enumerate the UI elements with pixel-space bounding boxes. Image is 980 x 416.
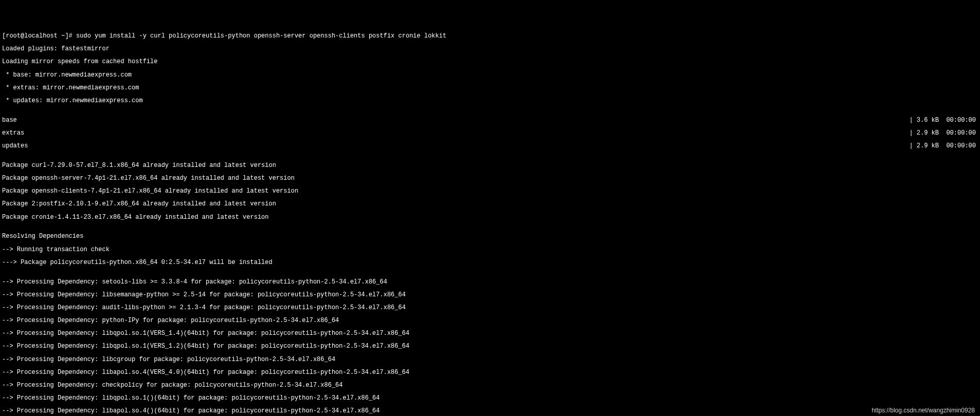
repo-name: updates — [2, 143, 735, 149]
dep-line: --> Processing Dependency: libcgroup for… — [2, 356, 978, 363]
dep-line: --> Processing Dependency: python-IPy fo… — [2, 317, 978, 324]
dep-line: --> Processing Dependency: libqpol.so.1(… — [2, 330, 978, 337]
plugins-line: Loaded plugins: fastestmirror — [2, 46, 978, 52]
repo-meta: | 2.9 kB 00:00:00 — [735, 130, 978, 137]
repo-row: extras| 2.9 kB 00:00:00 — [2, 130, 978, 137]
installed-msg: Package curl-7.29.0-57.el7_8.1.x86_64 al… — [2, 162, 978, 169]
repo-name: extras — [2, 130, 735, 137]
resolve-header: Resolving Dependencies — [2, 233, 978, 240]
mirror-speed-line: Loading mirror speeds from cached hostfi… — [2, 59, 978, 65]
mirror-base: * base: mirror.newmediaexpress.com — [2, 72, 978, 79]
dep-line: --> Processing Dependency: libsemanage-p… — [2, 292, 978, 298]
terminal[interactable]: [root@localhost ~]# sudo yum install -y … — [2, 26, 978, 416]
mirror-updates: * updates: mirror.newmediaexpress.com — [2, 98, 978, 104]
dep-line: --> Processing Dependency: setools-libs … — [2, 279, 978, 286]
installed-msg: Package cronie-1.4.11-23.el7.x86_64 alre… — [2, 214, 978, 221]
repo-row: updates| 2.9 kB 00:00:00 — [2, 143, 978, 149]
dep-line: --> Processing Dependency: libapol.so.4(… — [2, 369, 978, 376]
installed-msg: Package 2:postfix-2.10.1-9.el7.x86_64 al… — [2, 201, 978, 207]
repo-meta: | 3.6 kB 00:00:00 — [735, 117, 978, 124]
installed-msg: Package openssh-clients-7.4p1-21.el7.x86… — [2, 188, 978, 195]
mirror-extras: * extras: mirror.newmediaexpress.com — [2, 85, 978, 91]
dep-line: --> Processing Dependency: audit-libs-py… — [2, 305, 978, 311]
dep-line: --> Processing Dependency: checkpolicy f… — [2, 382, 978, 389]
installed-msg: Package openssh-server-7.4p1-21.el7.x86_… — [2, 175, 978, 182]
txn-check: --> Running transaction check — [2, 247, 978, 253]
dep-line: --> Processing Dependency: libapol.so.4(… — [2, 408, 978, 414]
dep-line: --> Processing Dependency: libqpol.so.1(… — [2, 395, 978, 402]
repo-name: base — [2, 117, 735, 124]
pkg-will-install: ---> Package policycoreutils-python.x86_… — [2, 259, 978, 266]
repo-meta: | 2.9 kB 00:00:00 — [735, 143, 978, 149]
watermark: https://blog.csdn.net/wangzhimin0928 — [872, 407, 975, 414]
dep-line: --> Processing Dependency: libqpol.so.1(… — [2, 343, 978, 350]
prompt-line: [root@localhost ~]# sudo yum install -y … — [2, 33, 978, 40]
repo-row: base| 3.6 kB 00:00:00 — [2, 117, 978, 124]
